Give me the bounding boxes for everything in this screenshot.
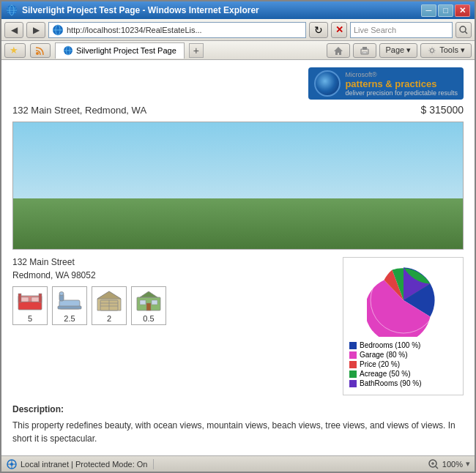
legend-color-garage bbox=[349, 351, 357, 359]
legend-item-acreage: Acreage (50 %) bbox=[349, 370, 457, 378]
search-placeholder: Live Search bbox=[354, 26, 396, 34]
legend-item-price: Price (20 %) bbox=[349, 360, 457, 368]
svg-rect-57 bbox=[58, 306, 81, 309]
description-label: Description: bbox=[12, 403, 464, 416]
legend-label-bathrooms: BathRooms (90 %) bbox=[360, 379, 421, 387]
favorites-button[interactable]: ★ bbox=[4, 43, 26, 58]
garage-value: 2 bbox=[107, 314, 111, 323]
feeds-button[interactable] bbox=[30, 43, 51, 58]
tab-title: Silverlight Project Test Page bbox=[76, 46, 176, 55]
logo-text: Microsoft® patterns & practices deliver … bbox=[345, 71, 458, 97]
zoom-level: 100% bbox=[442, 460, 463, 469]
svg-line-77 bbox=[436, 466, 438, 469]
search-input[interactable]: Live Search bbox=[350, 22, 453, 38]
description-text: This property redefines beauty, with oce… bbox=[12, 419, 464, 445]
address-bar[interactable]: http://localhost:10234/RealEstateLis... bbox=[48, 22, 306, 38]
legend-item-garage: Garage (80 %) bbox=[349, 351, 457, 359]
address-line1: 132 Main Street bbox=[12, 257, 328, 267]
address-text: http://localhost:10234/RealEstateLis... bbox=[67, 26, 302, 34]
content-area: Microsoft® patterns & practices deliver … bbox=[1, 60, 475, 455]
tools-menu-button[interactable]: Tools ▾ bbox=[420, 43, 472, 58]
bedrooms-value: 5 bbox=[28, 314, 32, 323]
ie-icon bbox=[6, 4, 18, 16]
garage-icon bbox=[96, 289, 122, 313]
ie-address-icon bbox=[52, 24, 64, 36]
search-button[interactable] bbox=[455, 22, 472, 38]
page-tab[interactable]: Silverlight Project Test Page bbox=[55, 42, 185, 59]
zoom-dropdown-button[interactable]: ▾ bbox=[466, 459, 470, 469]
stop-button[interactable]: ✕ bbox=[331, 22, 347, 38]
feature-icons: 5 2.5 bbox=[12, 286, 328, 325]
legend-color-acreage bbox=[349, 370, 357, 378]
acreage-icon bbox=[135, 289, 162, 313]
svg-point-59 bbox=[59, 292, 64, 296]
acreage-value: 0.5 bbox=[143, 314, 154, 323]
status-text: Local intranet | Protected Mode: On bbox=[21, 460, 147, 469]
background-sky bbox=[13, 122, 463, 249]
status-bar: Local intranet | Protected Mode: On 100%… bbox=[1, 455, 475, 472]
property-details-row: 132 Main Street Redmond, WA 98052 bbox=[12, 257, 464, 395]
svg-marker-61 bbox=[97, 291, 121, 299]
svg-line-9 bbox=[465, 31, 467, 34]
svg-marker-67 bbox=[140, 291, 157, 297]
microsoft-label: Microsoft® bbox=[345, 71, 458, 78]
address-line2: Redmond, WA 98052 bbox=[12, 270, 328, 280]
legend-item-bathrooms: BathRooms (90 %) bbox=[349, 379, 457, 387]
svg-rect-69 bbox=[140, 300, 146, 305]
new-tab-button[interactable]: + bbox=[189, 43, 204, 58]
browser-window: Silverlight Project Test Page - Windows … bbox=[0, 0, 476, 473]
legend-label-garage: Garage (80 %) bbox=[360, 351, 408, 359]
status-separator bbox=[153, 459, 154, 469]
chart-legend: Bedrooms (100 %) Garage (80 %) Price (20… bbox=[349, 341, 457, 387]
close-button[interactable]: ✕ bbox=[455, 4, 470, 17]
logo-box: Microsoft® patterns & practices deliver … bbox=[308, 67, 464, 100]
legend-color-bathrooms bbox=[349, 380, 357, 387]
brand-label: patterns & practices bbox=[345, 78, 458, 89]
property-address-short: 132 Main Street, Redmond, WA bbox=[12, 105, 146, 116]
home-button[interactable] bbox=[327, 43, 350, 58]
legend-label-acreage: Acreage (50 %) bbox=[360, 370, 410, 378]
maximize-button[interactable]: □ bbox=[438, 4, 453, 17]
acreage-icon-box: 0.5 bbox=[131, 286, 166, 325]
forward-button[interactable]: ▶ bbox=[26, 22, 45, 38]
status-right: 100% ▾ bbox=[428, 458, 470, 470]
nav-toolbar: ◀ ▶ http://localhost:10234/RealEstateLis… bbox=[1, 19, 475, 41]
title-bar: Silverlight Project Test Page - Windows … bbox=[1, 1, 475, 19]
tab-ie-icon bbox=[63, 45, 73, 56]
intranet-icon bbox=[6, 458, 18, 470]
pie-chart bbox=[367, 264, 440, 337]
bedrooms-icon-box: 5 bbox=[12, 286, 48, 325]
property-info: 132 Main Street Redmond, WA 98052 bbox=[12, 257, 328, 395]
bedroom-icon bbox=[17, 289, 43, 313]
page-label: Page ▾ bbox=[386, 45, 412, 55]
property-image bbox=[12, 122, 464, 250]
minimize-button[interactable]: ─ bbox=[421, 4, 436, 17]
property-description: Description: This property redefines bea… bbox=[12, 403, 464, 445]
star-icon: ★ bbox=[10, 45, 18, 56]
svg-rect-70 bbox=[152, 300, 157, 305]
print-button[interactable] bbox=[353, 43, 376, 58]
svg-rect-54 bbox=[18, 294, 21, 302]
legend-item-bedrooms: Bedrooms (100 %) bbox=[349, 341, 457, 349]
back-button[interactable]: ◀ bbox=[4, 22, 23, 38]
page-menu-button[interactable]: Page ▾ bbox=[379, 43, 418, 58]
search-icon bbox=[459, 26, 468, 34]
property-header: 132 Main Street, Redmond, WA $ 315000 bbox=[12, 104, 464, 116]
bathroom-icon bbox=[56, 289, 83, 313]
microsoft-globe-icon bbox=[314, 70, 341, 97]
page-content: Microsoft® patterns & practices deliver … bbox=[1, 60, 475, 452]
svg-point-8 bbox=[460, 26, 466, 32]
bathrooms-icon-box: 2.5 bbox=[52, 286, 87, 325]
garage-icon-box: 2 bbox=[92, 286, 127, 325]
zoom-icon bbox=[428, 458, 439, 470]
toolbar-right-buttons: Page ▾ Tools ▾ bbox=[327, 43, 472, 58]
feed-icon bbox=[35, 45, 45, 56]
gear-icon bbox=[427, 45, 437, 56]
legend-color-bedrooms bbox=[349, 342, 357, 349]
property-price: $ 315000 bbox=[421, 104, 464, 116]
print-icon bbox=[360, 45, 370, 56]
svg-point-10 bbox=[36, 52, 39, 55]
favorites-toolbar: ★ Silverlight Project Test Page + bbox=[1, 41, 475, 60]
refresh-button[interactable]: ↻ bbox=[309, 22, 328, 38]
svg-point-17 bbox=[431, 48, 434, 52]
